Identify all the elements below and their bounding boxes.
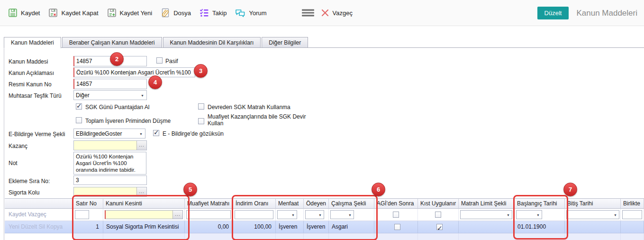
- muafiyet-matrahi-editor[interactable]: [186, 210, 231, 219]
- satir-no-editor[interactable]: [75, 210, 89, 219]
- calisma-sekli-editor[interactable]: ▼: [330, 210, 354, 219]
- kist-uygulanir-checkbox[interactable]: [436, 224, 443, 230]
- chevron-down-icon: ▼: [507, 213, 510, 216]
- tab-strip: Kanun Maddeleri Beraber Çalışan Kanun Ma…: [4, 37, 308, 48]
- toplam-isveren-priminden-checkbox[interactable]: [76, 117, 82, 123]
- e-bildirgede-gozuksun-checkbox[interactable]: [153, 130, 159, 136]
- tab-beraber-calisan[interactable]: Beraber Çalışan Kanun Maddeleri: [62, 37, 162, 48]
- cell-kanuni-kesinti[interactable]: Sosyal Sigorta Prim Kesintisi: [103, 221, 185, 233]
- agiden-sonra-editor-checkbox[interactable]: [393, 212, 399, 218]
- comment-button[interactable]: Yorum: [235, 8, 266, 18]
- cell-matrah-limit-sekli[interactable]: [459, 221, 515, 233]
- tab-diger-bilgiler[interactable]: Diğer Bilgiler: [262, 37, 308, 48]
- sgk-gunu-puantajdan-al-checkbox[interactable]: [76, 103, 82, 110]
- follow-button[interactable]: Takip: [199, 8, 227, 18]
- column-header-odeyen[interactable]: Ödeyen: [304, 198, 329, 209]
- sigorta-kolu-lookup-field[interactable]: ...: [73, 187, 147, 197]
- cell-satir-no[interactable]: 1: [73, 221, 103, 233]
- ekleme-sira-no-input[interactable]: [73, 175, 147, 185]
- edit-cell-matrah-limit-sekli: ▼: [459, 209, 515, 221]
- column-header-muafiyet-matrahi[interactable]: Muafiyet Matrahı: [185, 198, 233, 209]
- birlikte-editor[interactable]: [622, 210, 642, 219]
- muhtasar-tesfik-turu-value: Diğer: [76, 92, 90, 99]
- e-bildirge-verme-sekli-select[interactable]: EBildirgedeGoster ▼: [73, 129, 145, 138]
- cell-baslangic-tarihi[interactable]: 01.01.1900: [515, 221, 565, 233]
- resmi-kanun-no-input[interactable]: [73, 79, 147, 89]
- edit-cell-odeyen: ▼: [304, 209, 329, 221]
- muhtasar-tesfik-turu-label: Muhtasar Teşfik Türü: [9, 92, 62, 99]
- edit-cell-indirim-orani: [233, 209, 276, 221]
- column-header-agiden-sonra[interactable]: AGİ'den Sonra: [374, 198, 418, 209]
- edit-row-commands[interactable]: Kaydet Vazgeç: [5, 209, 73, 221]
- save-close-button[interactable]: Kaydet Kapat: [48, 8, 98, 18]
- file-button[interactable]: Dosya: [160, 8, 191, 18]
- kanun-maddesi-label: Kanun Maddesi: [9, 58, 48, 65]
- column-header-kist-uygulanir[interactable]: Kıst Uygulanır: [418, 198, 459, 209]
- kazanc-lookup-field[interactable]: ...: [73, 140, 147, 150]
- grid-data-row[interactable]: Yeni Düzelt Sil Kopya 1 Sosyal Sigorta P…: [5, 221, 644, 233]
- edit-cell-satir-no: [73, 209, 103, 221]
- ellipsis-lookup-button[interactable]: ...: [172, 211, 182, 219]
- cell-kist-uygulanir[interactable]: [418, 221, 459, 233]
- filler-cell: [5, 233, 73, 240]
- filler-cell: [515, 233, 565, 240]
- kist-uygulanir-editor-checkbox[interactable]: [435, 212, 441, 218]
- column-header-menfaat[interactable]: Menfaat: [276, 198, 304, 209]
- column-header-bitis-tarihi[interactable]: Bitiş Tarihi: [565, 198, 621, 209]
- column-header-baslangic-tarihi[interactable]: Başlangıç Tarihi: [515, 198, 565, 209]
- save-new-button[interactable]: Kaydet Yeni: [107, 8, 153, 18]
- odeyen-editor[interactable]: ▼: [305, 210, 324, 219]
- grid-edit-row: Kaydet Vazgeç ... ▼ ▼ ▼ ▼ ▼ ▼: [5, 209, 644, 221]
- muafiyet-kazanclarinda-label: Muafiyet Kazançlarında bile SGK Devir Ku…: [208, 113, 317, 127]
- bitis-tarihi-editor[interactable]: ▼: [566, 210, 619, 219]
- filler-cell: [621, 233, 644, 240]
- toolbar-right-group: Düzelt Kanun Maddeleri: [537, 0, 637, 26]
- muhtasar-tesfik-turu-select[interactable]: Diğer ▼: [73, 90, 147, 100]
- column-header-birlikte[interactable]: Birlikte: [621, 198, 644, 209]
- filler-cell: [304, 233, 329, 240]
- filler-cell: [103, 233, 185, 240]
- tab-kanun-maddeleri[interactable]: Kanun Maddeleri: [4, 37, 61, 48]
- data-row-commands[interactable]: Yeni Düzelt Sil Kopya: [5, 221, 73, 233]
- speech-bubbles-icon: [235, 8, 246, 18]
- save-floppy-icon: [8, 8, 18, 18]
- edit-button[interactable]: Düzelt: [537, 7, 569, 19]
- column-header-calisma-sekli[interactable]: Çalışma Şekli: [329, 198, 374, 209]
- e-bildirge-verme-sekli-label: E-Bildirge Verme Şekli: [9, 131, 65, 138]
- save-button[interactable]: Kaydet: [8, 8, 40, 18]
- not-textarea[interactable]: Özürlü %100 Kontenjan Asgari Ücret'İn %1…: [73, 152, 146, 175]
- devreden-sgk-matrah-checkbox[interactable]: [198, 103, 204, 110]
- menu-button[interactable]: [301, 8, 315, 18]
- sgk-gunu-puantajdan-al-label: SGK Günü Puantajdan Al: [85, 104, 149, 111]
- kanuni-kesinti-lookup-editor[interactable]: ...: [105, 210, 183, 219]
- chevron-down-icon: ▼: [291, 213, 295, 216]
- muafiyet-kazanclarinda-checkbox[interactable]: [198, 118, 204, 124]
- column-header-satir-no[interactable]: Satır No: [73, 198, 103, 209]
- column-header-kanuni-kesinti[interactable]: Kanuni Kesinti: [103, 198, 185, 209]
- edit-cell-agiden-sonra: [374, 209, 418, 221]
- menfaat-editor[interactable]: ▼: [277, 210, 297, 219]
- agiden-sonra-checkbox[interactable]: [394, 224, 400, 230]
- kanun-maddesi-input[interactable]: [73, 56, 147, 66]
- cell-odeyen[interactable]: İşveren: [304, 221, 329, 233]
- column-header-indirim-orani[interactable]: İndirim Oranı: [233, 198, 276, 209]
- cell-menfaat[interactable]: İşveren: [276, 221, 304, 233]
- column-header-matrah-limit-sekli[interactable]: Matrah Limit Şekli: [459, 198, 515, 209]
- chevron-down-icon: ▼: [348, 213, 352, 216]
- cell-birlikte[interactable]: [621, 221, 644, 233]
- cell-indirim-orani[interactable]: 100,00: [233, 221, 276, 233]
- cancel-button[interactable]: Vazgeç: [320, 8, 353, 18]
- cell-agiden-sonra[interactable]: [374, 221, 418, 233]
- baslangic-tarihi-editor[interactable]: ▼: [516, 210, 542, 219]
- edit-cell-calisma-sekli: ▼: [329, 209, 374, 221]
- cell-calisma-sekli[interactable]: Asgari: [329, 221, 374, 233]
- kanun-aciklamasi-input[interactable]: [73, 67, 195, 77]
- pasif-checkbox[interactable]: [156, 57, 163, 64]
- matrah-limit-sekli-editor[interactable]: ▼: [460, 210, 512, 219]
- cell-bitis-tarihi[interactable]: [565, 221, 621, 233]
- tab-dil-karsiliklari[interactable]: Kanun Maddesinin Dil Karşılıkları: [163, 37, 261, 48]
- ellipsis-lookup-button[interactable]: ...: [136, 141, 146, 150]
- cell-muafiyet-matrahi[interactable]: 0,00: [185, 221, 233, 233]
- ellipsis-lookup-button[interactable]: ...: [136, 187, 146, 196]
- indirim-orani-editor[interactable]: [235, 210, 273, 219]
